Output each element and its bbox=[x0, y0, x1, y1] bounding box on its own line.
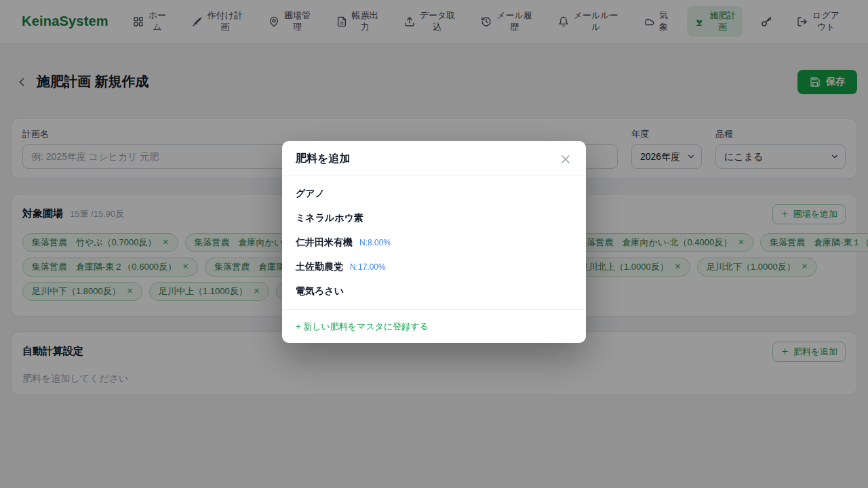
fertilizer-name: 土佐勤農党 bbox=[296, 261, 343, 273]
modal-footer: + 新しい肥料をマスタに登録する bbox=[282, 309, 586, 343]
fertilizer-option[interactable]: 電気ろさい bbox=[282, 279, 586, 304]
fertilizer-n-value: N:17.00% bbox=[350, 262, 386, 272]
fertilizer-option[interactable]: 土佐勤農党 N:17.00% bbox=[282, 255, 586, 279]
modal-title: 肥料を追加 bbox=[296, 152, 350, 166]
fertilizer-option[interactable]: ミネラルホウ素 bbox=[282, 206, 586, 230]
fertilizer-name: 電気ろさい bbox=[296, 285, 344, 298]
modal-header: 肥料を追加 bbox=[282, 141, 586, 176]
add-fertilizer-modal: 肥料を追加 グアノ ミネラルホウ素 仁井田米有機 N:8.00% 土佐勤農党 N… bbox=[282, 141, 586, 343]
fertilizer-name: 仁井田米有機 bbox=[296, 237, 353, 249]
fertilizer-list: グアノ ミネラルホウ素 仁井田米有機 N:8.00% 土佐勤農党 N:17.00… bbox=[282, 176, 586, 309]
fertilizer-n-value: N:8.00% bbox=[359, 238, 391, 247]
fertilizer-name: ミネラルホウ素 bbox=[296, 212, 363, 224]
fertilizer-option[interactable]: グアノ bbox=[282, 182, 586, 206]
fertilizer-option[interactable]: 仁井田米有機 N:8.00% bbox=[282, 230, 586, 255]
close-icon[interactable] bbox=[559, 152, 572, 166]
fertilizer-name: グアノ bbox=[296, 188, 325, 200]
register-new-fertilizer-link[interactable]: + 新しい肥料をマスタに登録する bbox=[296, 321, 429, 331]
